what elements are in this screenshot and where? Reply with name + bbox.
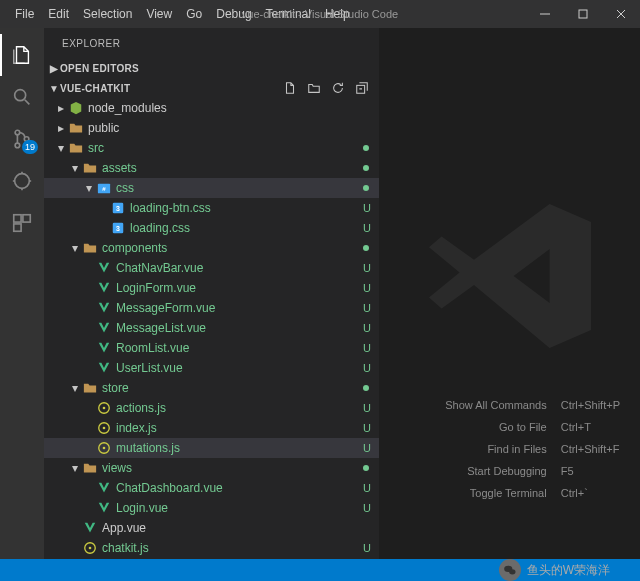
tree-folder[interactable]: ▾#css xyxy=(44,178,379,198)
svg-point-38 xyxy=(509,569,515,574)
tree-file[interactable]: actions.jsU xyxy=(44,398,379,418)
window-controls xyxy=(526,0,640,28)
chevron-down-icon: ▼ xyxy=(48,83,60,94)
section-project[interactable]: ▼ VUE-CHATKIT xyxy=(44,78,379,98)
tree-file[interactable]: ChatNavBar.vueU xyxy=(44,258,379,278)
new-folder-icon[interactable] xyxy=(307,81,321,95)
svg-point-1 xyxy=(15,90,26,101)
vue-icon xyxy=(96,300,112,316)
chevron-right-icon: ▶ xyxy=(48,63,60,74)
folder-icon xyxy=(82,380,98,396)
minimize-button[interactable] xyxy=(526,0,564,28)
title-bar: FileEditSelectionViewGoDebugTerminalHelp… xyxy=(0,0,640,28)
tree-item-label: App.vue xyxy=(102,521,146,535)
new-file-icon[interactable] xyxy=(283,81,297,95)
git-status-dot xyxy=(363,465,369,471)
tree-folder[interactable]: ▾store xyxy=(44,378,379,398)
wechat-icon xyxy=(499,559,521,581)
git-status-dot xyxy=(363,165,369,171)
css-folder-icon: # xyxy=(96,180,112,196)
shortcut-key: Ctrl+T xyxy=(561,421,620,433)
activity-bar: 19 xyxy=(0,28,44,559)
tree-file[interactable]: chatkit.jsU xyxy=(44,538,379,558)
tree-folder[interactable]: ▾views xyxy=(44,458,379,478)
tree-file[interactable]: RoomList.vueU xyxy=(44,338,379,358)
tree-folder[interactable]: ▸public xyxy=(44,118,379,138)
menu-edit[interactable]: Edit xyxy=(41,0,76,28)
tree-file[interactable]: MessageList.vueU xyxy=(44,318,379,338)
section-label: OPEN EDITORS xyxy=(60,63,139,74)
git-status-dot xyxy=(363,245,369,251)
tree-item-label: chatkit.js xyxy=(102,541,149,555)
chevron-down-icon: ▾ xyxy=(82,181,96,195)
menu-file[interactable]: File xyxy=(8,0,41,28)
editor-area: Show All CommandsCtrl+Shift+PGo to FileC… xyxy=(379,28,640,559)
shortcut-key: F5 xyxy=(561,465,620,477)
tree-file[interactable]: App.vue xyxy=(44,518,379,538)
js-icon xyxy=(82,540,98,556)
tree-item-label: public xyxy=(88,121,119,135)
activity-explorer[interactable] xyxy=(0,34,44,76)
tree-file[interactable]: index.jsU xyxy=(44,418,379,438)
tree-file[interactable]: mutations.jsU xyxy=(44,438,379,458)
git-status: U xyxy=(363,542,371,554)
tree-item-label: loading.css xyxy=(130,221,190,235)
svg-point-21 xyxy=(103,447,106,450)
tree-folder[interactable]: ▾assets xyxy=(44,158,379,178)
vue-icon xyxy=(96,260,112,276)
tree-file[interactable]: LoginForm.vueU xyxy=(44,278,379,298)
git-status: U xyxy=(363,202,371,214)
svg-text:#: # xyxy=(102,185,106,192)
git-status: U xyxy=(363,502,371,514)
tree-folder[interactable]: ▸node_modules xyxy=(44,98,379,118)
tree-file[interactable]: ChatDashboard.vueU xyxy=(44,478,379,498)
shortcut-label: Toggle Terminal xyxy=(445,487,547,499)
tree-file[interactable]: UserList.vueU xyxy=(44,358,379,378)
tree-item-label: node_modules xyxy=(88,101,167,115)
shortcut-key: Ctrl+Shift+P xyxy=(561,399,620,411)
svg-point-2 xyxy=(15,130,20,135)
activity-search[interactable] xyxy=(0,76,44,118)
vue-icon xyxy=(96,340,112,356)
maximize-button[interactable] xyxy=(564,0,602,28)
js-icon xyxy=(96,440,112,456)
refresh-icon[interactable] xyxy=(331,81,345,95)
activity-debug[interactable] xyxy=(0,160,44,202)
git-status-dot xyxy=(363,145,369,151)
activity-extensions[interactable] xyxy=(0,202,44,244)
svg-text:3: 3 xyxy=(116,205,120,212)
svg-point-3 xyxy=(15,143,20,148)
folder-icon xyxy=(68,140,84,156)
chevron-down-icon: ▾ xyxy=(54,141,68,155)
menu-selection[interactable]: Selection xyxy=(76,0,139,28)
section-label: VUE-CHATKIT xyxy=(60,83,130,94)
svg-text:3: 3 xyxy=(116,225,120,232)
folder-icon xyxy=(82,460,98,476)
tree-file[interactable]: main.js xyxy=(44,558,379,559)
tree-item-label: views xyxy=(102,461,132,475)
tree-file[interactable]: Login.vueU xyxy=(44,498,379,518)
menu-view[interactable]: View xyxy=(139,0,179,28)
tree-item-label: assets xyxy=(102,161,137,175)
activity-scm[interactable]: 19 xyxy=(0,118,44,160)
vue-icon xyxy=(96,360,112,376)
tree-file[interactable]: 3loading-btn.cssU xyxy=(44,198,379,218)
sidebar: EXPLORER ▶ OPEN EDITORS ▼ VUE-CHATKIT ▸n… xyxy=(44,28,379,559)
tree-item-label: mutations.js xyxy=(116,441,180,455)
chevron-down-icon: ▾ xyxy=(68,381,82,395)
tree-file[interactable]: MessageForm.vueU xyxy=(44,298,379,318)
tree-item-label: components xyxy=(102,241,167,255)
section-open-editors[interactable]: ▶ OPEN EDITORS xyxy=(44,58,379,78)
git-status: U xyxy=(363,262,371,274)
tree-folder[interactable]: ▾src xyxy=(44,138,379,158)
tree-folder[interactable]: ▾components xyxy=(44,238,379,258)
git-status: U xyxy=(363,322,371,334)
tree-file[interactable]: 3loading.cssU xyxy=(44,218,379,238)
menu-go[interactable]: Go xyxy=(179,0,209,28)
tree-item-label: Login.vue xyxy=(116,501,168,515)
collapse-all-icon[interactable] xyxy=(355,81,369,95)
tree-item-label: ChatDashboard.vue xyxy=(116,481,223,495)
svg-point-19 xyxy=(103,427,106,430)
close-button[interactable] xyxy=(602,0,640,28)
welcome-shortcuts: Show All CommandsCtrl+Shift+PGo to FileC… xyxy=(445,399,620,499)
